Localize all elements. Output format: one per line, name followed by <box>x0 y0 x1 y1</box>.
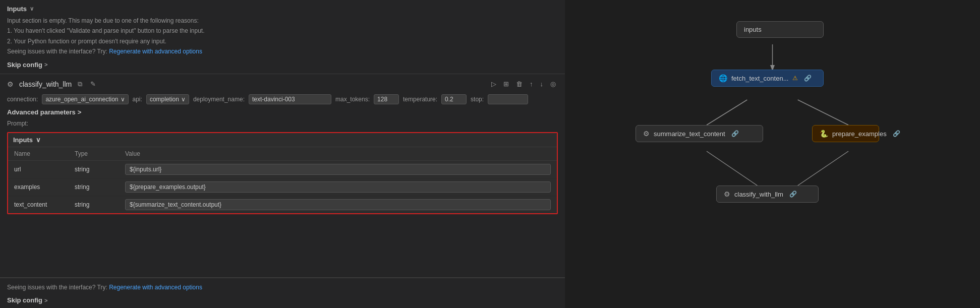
bottom-seeing-issues-text: Seeing issues with the interface? Try: <box>7 284 107 291</box>
svg-line-2 <box>798 100 848 125</box>
row-name-text-content: text_content <box>8 196 69 213</box>
api-label: api: <box>133 96 142 103</box>
col-header-type: Type <box>69 147 119 161</box>
col-header-name: Name <box>8 147 69 161</box>
skip-config-bottom[interactable]: Skip config > <box>7 296 558 304</box>
node-fetch[interactable]: 🌐 fetch_text_conten... ⚠ 🔗 <box>711 70 824 87</box>
regenerate-advanced-link-top[interactable]: Regenerate with advanced options <box>109 48 202 55</box>
classify-gear-icon: ⚙ <box>7 80 15 88</box>
seeing-issues-text: Seeing issues with the interface? Try: <box>7 48 107 55</box>
classify-title: ⚙ classify_with_llm ⧉ ✎ <box>7 79 98 89</box>
connector-lines <box>565 0 980 308</box>
bottom-section: Seeing issues with the interface? Try: R… <box>0 278 565 308</box>
node-classify[interactable]: ⚙ classify_with_llm 🔗 <box>716 186 819 203</box>
toolbar-right: ▷ ⊞ 🗑 ↑ ↓ ◎ <box>489 79 558 89</box>
row-value-text-content <box>119 196 557 213</box>
target-button[interactable]: ◎ <box>548 79 558 89</box>
text-content-value-input[interactable] <box>125 199 551 210</box>
prompt-label: Prompt: <box>7 120 28 127</box>
inputs-table-label: Inputs <box>13 136 33 144</box>
row-type-text-content: string <box>69 196 119 213</box>
inputs-empty-text: Input section is empty. This may be due … <box>7 16 558 57</box>
summarize-link-icon[interactable]: 🔗 <box>731 130 739 137</box>
top-inputs-header[interactable]: Inputs ∨ <box>7 5 558 13</box>
node-inputs-label: inputs <box>744 26 762 33</box>
row-value-url <box>119 160 557 178</box>
svg-line-4 <box>798 151 848 186</box>
advanced-params[interactable]: Advanced parameters > <box>7 108 558 116</box>
row-type-examples: string <box>69 178 119 196</box>
prepare-link-icon[interactable]: 🔗 <box>893 130 900 137</box>
inputs-table: Name Type Value url string examples <box>8 147 557 213</box>
stop-label: stop: <box>471 96 484 103</box>
regenerate-advanced-link-bottom[interactable]: Regenerate with advanced options <box>109 284 202 291</box>
skip-config-label-bottom: Skip config <box>7 296 42 304</box>
temperature-label: temperature: <box>403 96 437 103</box>
node-prepare-label: prepare_examples <box>832 130 887 138</box>
prompt-row: Prompt: <box>7 120 558 127</box>
deployment-label: deployment_name: <box>193 96 245 103</box>
max-tokens-label: max_tokens: <box>335 96 370 103</box>
col-header-value: Value <box>119 147 557 161</box>
skip-config-top[interactable]: Skip config > <box>7 61 558 69</box>
summarize-gear-icon: ⚙ <box>643 130 650 138</box>
top-inputs-chevron: ∨ <box>30 6 34 12</box>
skip-config-label-top: Skip config <box>7 61 42 69</box>
row-value-examples <box>119 178 557 196</box>
globe-icon: 🌐 <box>719 74 727 82</box>
api-chevron: ∨ <box>181 96 186 103</box>
move-up-button[interactable]: ↑ <box>528 79 535 89</box>
advanced-params-label: Advanced parameters <box>7 108 76 116</box>
node-inputs[interactable]: inputs <box>736 21 824 38</box>
connection-value: azure_open_ai_connection <box>45 96 118 103</box>
skip-config-chevron-bottom: > <box>44 297 47 303</box>
move-down-button[interactable]: ↓ <box>538 79 546 89</box>
advanced-params-chevron: > <box>78 108 82 116</box>
edit-button[interactable]: ✎ <box>88 79 98 89</box>
python-icon: 🐍 <box>820 130 828 138</box>
node-summarize[interactable]: ⚙ summarize_text_content 🔗 <box>636 125 763 142</box>
connection-label: connection: <box>7 96 38 103</box>
warning-icon: ⚠ <box>792 75 798 82</box>
connection-select[interactable]: azure_open_ai_connection ∨ <box>42 94 128 104</box>
connection-chevron: ∨ <box>121 96 125 103</box>
api-select[interactable]: completion ∨ <box>146 94 189 104</box>
temperature-input[interactable] <box>441 94 467 104</box>
bottom-seeing-issues: Seeing issues with the interface? Try: R… <box>7 282 558 292</box>
top-inputs-label: Inputs <box>7 5 27 13</box>
top-inputs-section: Inputs ∨ Input section is empty. This ma… <box>0 0 565 74</box>
stop-input[interactable] <box>488 94 528 104</box>
left-panel: Inputs ∨ Input section is empty. This ma… <box>0 0 565 308</box>
row-name-examples: examples <box>8 178 69 196</box>
empty-line3: 2. Your Python function or prompt doesn'… <box>7 38 166 45</box>
table-row: text_content string <box>8 196 557 213</box>
classify-link-icon[interactable]: 🔗 <box>789 191 797 198</box>
copy-button[interactable]: ⧉ <box>76 79 84 89</box>
diagram-area: inputs 🌐 fetch_text_conten... ⚠ 🔗 ⚙ summ… <box>565 0 980 308</box>
node-prepare[interactable]: 🐍 prepare_examples 🔗 <box>812 125 879 142</box>
api-value: completion <box>150 96 179 103</box>
connection-row: connection: azure_open_ai_connection ∨ a… <box>7 94 558 104</box>
svg-line-1 <box>707 100 747 125</box>
classify-node-gear-icon: ⚙ <box>724 190 730 198</box>
inputs-table-chevron: ∨ <box>36 136 41 144</box>
url-value-input[interactable] <box>125 164 551 175</box>
deployment-input[interactable] <box>249 94 331 104</box>
inputs-table-header[interactable]: Inputs ∨ <box>8 133 557 147</box>
run-button[interactable]: ▷ <box>489 79 498 89</box>
delete-button[interactable]: 🗑 <box>514 79 525 89</box>
table-row: examples string <box>8 178 557 196</box>
empty-line2: 1. You haven't clicked "Validate and par… <box>7 27 205 34</box>
row-type-url: string <box>69 160 119 178</box>
svg-line-3 <box>707 151 757 186</box>
classify-header: ⚙ classify_with_llm ⧉ ✎ ▷ ⊞ 🗑 ↑ ↓ ◎ <box>7 79 558 89</box>
fetch-link-icon[interactable]: 🔗 <box>804 75 812 82</box>
node-summarize-label: summarize_text_content <box>654 130 725 138</box>
empty-line1: Input section is empty. This may be due … <box>7 17 199 24</box>
examples-value-input[interactable] <box>125 181 551 193</box>
max-tokens-input[interactable] <box>374 94 399 104</box>
settings-button[interactable]: ⊞ <box>501 79 511 89</box>
node-fetch-label: fetch_text_conten... <box>731 75 788 82</box>
row-name-url: url <box>8 160 69 178</box>
classify-section: ⚙ classify_with_llm ⧉ ✎ ▷ ⊞ 🗑 ↑ ↓ ◎ conn… <box>0 74 565 278</box>
